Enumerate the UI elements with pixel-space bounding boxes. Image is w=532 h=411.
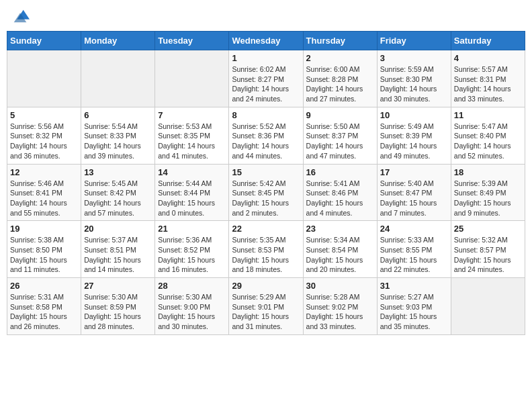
day-number: 20 [84,224,152,234]
day-info: Sunrise: 5:38 AM Sunset: 8:50 PM Dayligh… [10,235,78,275]
day-number: 24 [380,224,448,234]
calendar-cell: 19Sunrise: 5:38 AM Sunset: 8:50 PM Dayli… [7,221,81,278]
weekday-header-thursday: Thursday [303,32,377,50]
weekday-header-tuesday: Tuesday [155,32,229,50]
day-number: 4 [454,53,522,63]
weekday-header-friday: Friday [377,32,451,50]
day-number: 1 [232,53,300,63]
day-info: Sunrise: 5:37 AM Sunset: 8:51 PM Dayligh… [84,235,152,275]
day-number: 28 [158,281,226,291]
calendar-cell: 31Sunrise: 5:27 AM Sunset: 9:03 PM Dayli… [377,278,451,335]
calendar-cell: 27Sunrise: 5:30 AM Sunset: 8:59 PM Dayli… [81,278,155,335]
day-number: 11 [454,110,522,120]
day-number: 22 [232,224,300,234]
day-info: Sunrise: 5:47 AM Sunset: 8:40 PM Dayligh… [454,122,522,161]
calendar-cell [451,278,525,335]
calendar-cell: 2Sunrise: 6:00 AM Sunset: 8:28 PM Daylig… [303,50,377,107]
day-info: Sunrise: 5:31 AM Sunset: 8:58 PM Dayligh… [10,292,78,332]
calendar-cell: 23Sunrise: 5:34 AM Sunset: 8:54 PM Dayli… [303,221,377,278]
day-info: Sunrise: 5:59 AM Sunset: 8:30 PM Dayligh… [380,64,448,104]
day-number: 7 [158,110,226,120]
calendar-cell: 18Sunrise: 5:39 AM Sunset: 8:49 PM Dayli… [451,164,525,221]
calendar-table: SundayMondayTuesdayWednesdayThursdayFrid… [7,31,525,335]
day-number: 26 [10,281,78,291]
day-number: 27 [84,281,152,291]
calendar-week-1: 1Sunrise: 6:02 AM Sunset: 8:27 PM Daylig… [7,50,525,107]
day-info: Sunrise: 5:32 AM Sunset: 8:57 PM Dayligh… [454,235,522,275]
calendar-cell [81,50,155,107]
calendar-cell: 14Sunrise: 5:44 AM Sunset: 8:44 PM Dayli… [155,164,229,221]
day-info: Sunrise: 5:36 AM Sunset: 8:52 PM Dayligh… [158,235,226,275]
day-info: Sunrise: 6:02 AM Sunset: 8:27 PM Dayligh… [232,64,300,104]
day-number: 31 [380,281,448,291]
calendar-cell: 30Sunrise: 5:28 AM Sunset: 9:02 PM Dayli… [303,278,377,335]
calendar-cell: 11Sunrise: 5:47 AM Sunset: 8:40 PM Dayli… [451,107,525,164]
calendar-cell: 26Sunrise: 5:31 AM Sunset: 8:58 PM Dayli… [7,278,81,335]
day-info: Sunrise: 5:30 AM Sunset: 9:00 PM Dayligh… [158,292,226,332]
calendar-cell: 8Sunrise: 5:52 AM Sunset: 8:36 PM Daylig… [229,107,303,164]
day-info: Sunrise: 5:45 AM Sunset: 8:42 PM Dayligh… [84,179,152,218]
calendar-cell [7,50,81,107]
calendar-cell: 4Sunrise: 5:57 AM Sunset: 8:31 PM Daylig… [451,50,525,107]
calendar-cell: 15Sunrise: 5:42 AM Sunset: 8:45 PM Dayli… [229,164,303,221]
day-info: Sunrise: 5:57 AM Sunset: 8:31 PM Dayligh… [454,64,522,104]
calendar-cell [155,50,229,107]
day-number: 21 [158,224,226,234]
calendar-week-3: 12Sunrise: 5:46 AM Sunset: 8:41 PM Dayli… [7,164,525,221]
day-info: Sunrise: 5:53 AM Sunset: 8:35 PM Dayligh… [158,122,226,161]
day-number: 12 [10,167,78,177]
day-number: 17 [380,167,448,177]
day-number: 2 [306,53,374,63]
day-number: 15 [232,167,300,177]
calendar-cell: 5Sunrise: 5:56 AM Sunset: 8:32 PM Daylig… [7,107,81,164]
day-info: Sunrise: 5:30 AM Sunset: 8:59 PM Dayligh… [84,292,152,332]
calendar-week-5: 26Sunrise: 5:31 AM Sunset: 8:58 PM Dayli… [7,278,525,335]
day-number: 8 [232,110,300,120]
day-info: Sunrise: 5:29 AM Sunset: 9:01 PM Dayligh… [232,292,300,332]
day-info: Sunrise: 5:28 AM Sunset: 9:02 PM Dayligh… [306,292,374,332]
day-number: 13 [84,167,152,177]
weekday-header-monday: Monday [81,32,155,50]
day-number: 9 [306,110,374,120]
day-number: 3 [380,53,448,63]
day-info: Sunrise: 5:46 AM Sunset: 8:41 PM Dayligh… [10,179,78,218]
day-number: 14 [158,167,226,177]
day-info: Sunrise: 5:56 AM Sunset: 8:32 PM Dayligh… [10,122,78,161]
day-number: 5 [10,110,78,120]
weekday-header-sunday: Sunday [7,32,81,50]
weekday-header-wednesday: Wednesday [229,32,303,50]
day-info: Sunrise: 5:54 AM Sunset: 8:33 PM Dayligh… [84,122,152,161]
calendar-cell: 10Sunrise: 5:49 AM Sunset: 8:39 PM Dayli… [377,107,451,164]
calendar-cell: 9Sunrise: 5:50 AM Sunset: 8:37 PM Daylig… [303,107,377,164]
day-number: 10 [380,110,448,120]
calendar-week-4: 19Sunrise: 5:38 AM Sunset: 8:50 PM Dayli… [7,221,525,278]
calendar-cell: 21Sunrise: 5:36 AM Sunset: 8:52 PM Dayli… [155,221,229,278]
day-info: Sunrise: 5:52 AM Sunset: 8:36 PM Dayligh… [232,122,300,161]
day-number: 25 [454,224,522,234]
logo-icon [11,7,30,26]
calendar-body: 1Sunrise: 6:02 AM Sunset: 8:27 PM Daylig… [7,50,525,335]
calendar-cell: 22Sunrise: 5:35 AM Sunset: 8:53 PM Dayli… [229,221,303,278]
day-info: Sunrise: 5:34 AM Sunset: 8:54 PM Dayligh… [306,235,374,275]
calendar-cell: 7Sunrise: 5:53 AM Sunset: 8:35 PM Daylig… [155,107,229,164]
calendar-cell: 29Sunrise: 5:29 AM Sunset: 9:01 PM Dayli… [229,278,303,335]
day-info: Sunrise: 5:39 AM Sunset: 8:49 PM Dayligh… [454,179,522,218]
day-info: Sunrise: 5:41 AM Sunset: 8:46 PM Dayligh… [306,179,374,218]
day-number: 19 [10,224,78,234]
calendar-cell: 1Sunrise: 6:02 AM Sunset: 8:27 PM Daylig… [229,50,303,107]
calendar-cell: 16Sunrise: 5:41 AM Sunset: 8:46 PM Dayli… [303,164,377,221]
page-header [7,7,525,26]
day-info: Sunrise: 5:44 AM Sunset: 8:44 PM Dayligh… [158,179,226,218]
calendar-cell: 13Sunrise: 5:45 AM Sunset: 8:42 PM Dayli… [81,164,155,221]
day-info: Sunrise: 5:49 AM Sunset: 8:39 PM Dayligh… [380,122,448,161]
day-info: Sunrise: 5:50 AM Sunset: 8:37 PM Dayligh… [306,122,374,161]
day-info: Sunrise: 5:33 AM Sunset: 8:55 PM Dayligh… [380,235,448,275]
calendar-cell: 20Sunrise: 5:37 AM Sunset: 8:51 PM Dayli… [81,221,155,278]
calendar-cell: 17Sunrise: 5:40 AM Sunset: 8:47 PM Dayli… [377,164,451,221]
day-number: 23 [306,224,374,234]
day-info: Sunrise: 5:35 AM Sunset: 8:53 PM Dayligh… [232,235,300,275]
calendar-cell: 25Sunrise: 5:32 AM Sunset: 8:57 PM Dayli… [451,221,525,278]
day-info: Sunrise: 6:00 AM Sunset: 8:28 PM Dayligh… [306,64,374,104]
day-info: Sunrise: 5:27 AM Sunset: 9:03 PM Dayligh… [380,292,448,332]
calendar-cell: 28Sunrise: 5:30 AM Sunset: 9:00 PM Dayli… [155,278,229,335]
